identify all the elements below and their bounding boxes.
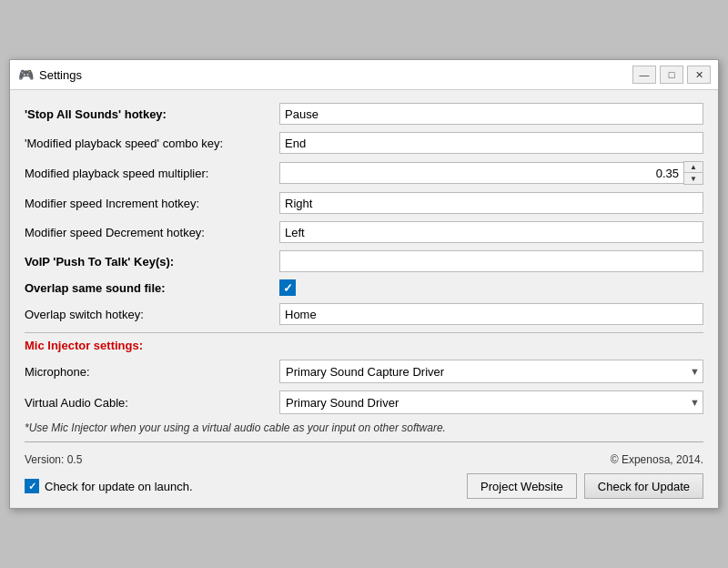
- check-launch-checkmark: ✓: [28, 481, 36, 492]
- check-launch-label: Check for update on launch.: [45, 480, 193, 493]
- speed-mult-input[interactable]: [279, 162, 683, 184]
- microphone-label: Microphone:: [25, 365, 279, 379]
- overlap-row: Overlap same sound file: ✓: [25, 279, 703, 296]
- stop-all-input[interactable]: [279, 103, 703, 125]
- version-label: Version: 0.5: [25, 453, 82, 466]
- settings-content: 'Stop All Sounds' hotkey: 'Modified play…: [10, 90, 718, 508]
- voip-row: VoIP 'Push To Talk' Key(s):: [25, 250, 703, 272]
- spinner-down-button[interactable]: ▼: [684, 173, 703, 184]
- vac-dropdown-wrap: Primary Sound Driver ▼: [279, 390, 703, 414]
- spinner-up-button[interactable]: ▲: [684, 162, 703, 173]
- voip-label: VoIP 'Push To Talk' Key(s):: [25, 255, 279, 269]
- overlap-switch-row: Overlap switch hotkey:: [25, 303, 703, 325]
- footer-buttons: ✓ Check for update on launch. Project We…: [25, 468, 703, 499]
- maximize-button[interactable]: □: [660, 66, 683, 84]
- increment-label: Modifier speed Increment hotkey:: [25, 197, 279, 210]
- copyright-label: © Expenosa, 2014.: [611, 453, 703, 466]
- window-title: Settings: [39, 68, 632, 82]
- overlap-switch-label: Overlap switch hotkey:: [25, 308, 279, 321]
- modified-combo-row: 'Modified playback speed' combo key:: [25, 132, 703, 154]
- vac-select[interactable]: Primary Sound Driver: [279, 390, 703, 414]
- check-launch-checkbox[interactable]: ✓: [25, 479, 39, 493]
- increment-row: Modifier speed Increment hotkey:: [25, 192, 703, 214]
- vac-row: Virtual Audio Cable: Primary Sound Drive…: [25, 390, 703, 414]
- microphone-select-wrap: Primary Sound Capture Driver ▼: [279, 360, 703, 383]
- project-website-button[interactable]: Project Website: [467, 473, 577, 499]
- check-update-button[interactable]: Check for Update: [584, 473, 703, 499]
- close-button[interactable]: ✕: [687, 66, 711, 84]
- stop-all-value-wrap: [279, 103, 703, 125]
- modified-combo-value-wrap: [279, 132, 703, 154]
- decrement-value-wrap: [279, 221, 703, 243]
- settings-window: 🎮 Settings — □ ✕ 'Stop All Sounds' hotke…: [9, 59, 719, 509]
- vac-select-wrap: Primary Sound Driver ▼: [279, 390, 703, 414]
- decrement-label: Modifier speed Decrement hotkey:: [25, 226, 279, 239]
- minimize-button[interactable]: —: [632, 66, 656, 84]
- overlap-label: Overlap same sound file:: [25, 281, 279, 295]
- check-launch-wrap: ✓ Check for update on launch.: [25, 479, 460, 493]
- decrement-row: Modifier speed Decrement hotkey:: [25, 221, 703, 243]
- decrement-input[interactable]: [279, 221, 703, 243]
- stop-all-label: 'Stop All Sounds' hotkey:: [25, 107, 279, 121]
- separator-1: [25, 332, 703, 333]
- speed-mult-label: Modified playback speed multiplier:: [25, 167, 279, 180]
- overlap-switch-input[interactable]: [279, 303, 703, 325]
- modified-combo-label: 'Modified playback speed' combo key:: [25, 137, 279, 150]
- microphone-dropdown-wrap: Primary Sound Capture Driver ▼: [279, 360, 703, 383]
- overlap-checkmark: ✓: [283, 282, 293, 294]
- microphone-row: Microphone: Primary Sound Capture Driver…: [25, 360, 703, 383]
- speed-mult-row: Modified playback speed multiplier: ▲ ▼: [25, 161, 703, 185]
- app-icon: 🎮: [17, 66, 34, 83]
- mic-settings-row: Mic Injector settings:: [25, 339, 703, 352]
- voip-input[interactable]: [279, 250, 703, 272]
- microphone-select[interactable]: Primary Sound Capture Driver: [279, 360, 703, 383]
- overlap-switch-value-wrap: [279, 303, 703, 325]
- increment-input[interactable]: [279, 192, 703, 214]
- mic-injector-note: *Use Mic Injector when your using a virt…: [25, 421, 703, 434]
- mic-settings-label: Mic Injector settings:: [25, 339, 279, 352]
- window-controls: — □ ✕: [632, 66, 711, 84]
- separator-2: [25, 441, 703, 442]
- stop-all-row: 'Stop All Sounds' hotkey:: [25, 103, 703, 125]
- voip-value-wrap: [279, 250, 703, 272]
- increment-value-wrap: [279, 192, 703, 214]
- modified-combo-input[interactable]: [279, 132, 703, 154]
- overlap-checkbox[interactable]: ✓: [279, 279, 296, 296]
- vac-label: Virtual Audio Cable:: [25, 396, 279, 410]
- overlap-checkbox-wrap: ✓: [279, 279, 703, 296]
- speed-mult-value-wrap: ▲ ▼: [279, 161, 703, 185]
- title-bar: 🎮 Settings — □ ✕: [10, 60, 718, 90]
- speed-mult-spinner: ▲ ▼: [683, 161, 703, 185]
- footer-info: Version: 0.5 © Expenosa, 2014.: [25, 450, 703, 468]
